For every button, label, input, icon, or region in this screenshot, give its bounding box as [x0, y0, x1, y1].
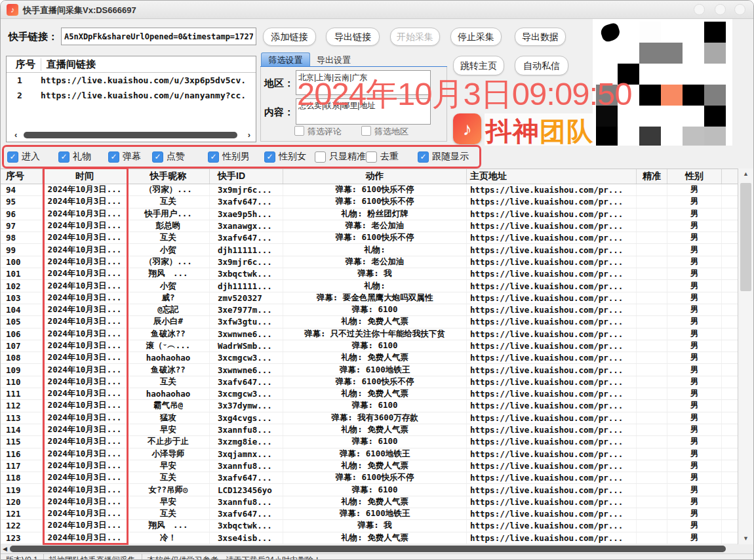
cell-time: 2024年10月3日... [43, 256, 127, 268]
checkbox-icon[interactable] [108, 151, 119, 163]
export-links-button[interactable]: 导出链接 [326, 28, 380, 46]
checkbox-icon[interactable] [58, 151, 69, 163]
filter-checkbox-item[interactable]: 礼物 [58, 151, 91, 163]
table-row[interactable]: 105 2024年10月3日... 辰小白# 3xfw3gtu... 礼物: 免… [1, 316, 739, 328]
minimize-button[interactable] [694, 4, 705, 15]
cell-homepage: https://live.kuaishou.com/pr... [467, 184, 637, 195]
table-row[interactable]: 123 2024年10月3日... 冷！ 3xse4isb... 礼物: 免费人… [1, 532, 739, 544]
filter-checkbox-item[interactable]: 只显精准 [315, 151, 366, 163]
filter-checkbox-item[interactable]: 去重 [366, 151, 399, 163]
table-row[interactable]: 98 2024年10月3日... 互关 3xafv647... 弹幕: 6100… [1, 232, 739, 244]
cell-action: 礼物: [283, 244, 467, 255]
cell-filler [722, 376, 738, 388]
table-row[interactable]: 114 2024年10月3日... 早安 3xannfu8... 礼物: 免费人… [1, 424, 739, 436]
export-data-button[interactable]: 导出数据 [515, 28, 566, 46]
table-row[interactable]: 115 2024年10月3日... 不止步于止 3xzmg8ie... 弹幕: … [1, 436, 739, 448]
add-link-button[interactable]: 添加链接 [263, 28, 316, 46]
stop-collect-button[interactable]: 停止采集 [450, 28, 502, 46]
link-list-row[interactable]: 2 https://live.kuaishou.com/u/nanyanmy?c… [7, 88, 256, 103]
cell-action: 弹幕: 我 [283, 520, 467, 531]
cell-action: 弹幕: 6100快乐不停 [283, 376, 467, 388]
table-row[interactable]: 117 2024年10月3日... 早安 3xannfu8... 礼物: 免费人… [1, 460, 739, 472]
table-row[interactable]: 99 2024年10月3日... 小贺 djh11111... 礼物: http… [1, 244, 739, 256]
timestamp-watermark: 2024年10月3日09:09:50 [297, 73, 632, 116]
table-row[interactable]: 104 2024年10月3日... @忘記 3xe7977m... 弹幕: 61… [1, 304, 739, 316]
filter-checkbox-item[interactable]: 点赞 [152, 151, 185, 163]
cell-seq: 123 [1, 532, 43, 544]
scroll-up-icon[interactable]: ▲ [738, 169, 753, 180]
checkbox-icon[interactable] [152, 151, 163, 163]
scroll-left-icon[interactable]: ‹ [14, 130, 17, 140]
filter-checkbox-item[interactable]: 跟随显示 [418, 151, 469, 163]
table-row[interactable]: 121 2024年10月3日... 互关 3xafv647... 弹幕: 610… [1, 508, 739, 520]
table-hscroll-thumb[interactable] [10, 546, 726, 552]
checkbox-icon[interactable] [366, 151, 377, 163]
tab-export-settings[interactable]: 导出设置 [317, 54, 351, 66]
table-row[interactable]: 112 2024年10月3日... 霸气吊@ 3x37dymw... 弹幕: 6… [1, 400, 739, 412]
checkbox-icon[interactable] [264, 151, 275, 163]
start-collect-button[interactable]: 开始采集 [390, 28, 440, 46]
filter-region-checkbox[interactable] [361, 126, 371, 136]
checkbox-icon[interactable] [7, 151, 18, 163]
checkbox-icon[interactable] [208, 151, 219, 163]
cell-userid: 3xafv647... [210, 196, 283, 207]
cell-seq: 101 [1, 268, 43, 279]
table-row[interactable]: 107 2024年10月3日... 滚（ᵕ︵... WadrWSmb... 弹幕… [1, 340, 739, 352]
cell-nickname: 快手用户... [127, 209, 210, 220]
cell-precise [637, 472, 667, 483]
table-row[interactable]: 116 2024年10月3日... 小泽导师 3xqjamnx... 弹幕: 6… [1, 449, 739, 460]
kuaishou-link-input[interactable] [61, 28, 256, 45]
table-row[interactable]: 102 2024年10月3日... 小贺 djh11111... 礼物: htt… [1, 280, 739, 292]
table-vscrollbar[interactable]: ▲ ▼ [738, 169, 753, 544]
table-row[interactable]: 106 2024年10月3日... 鱼破冰?? 3xwnwne6... 弹幕: … [1, 329, 739, 340]
table-row[interactable]: 100 2024年10月3日... （羽家）... 3x9mjr6c... 弹幕… [1, 256, 739, 268]
cell-time: 2024年10月3日... [43, 460, 127, 471]
scroll-right-icon[interactable]: › [248, 130, 250, 140]
filter-comment-checkbox[interactable] [294, 126, 304, 136]
link-list-hscrollbar[interactable]: ‹ › [7, 131, 256, 139]
table-row[interactable]: 113 2024年10月3日... 猛攻 3xg4cvgs... 弹幕: 我有3… [1, 412, 739, 424]
cell-time: 2024年10月3日... [43, 268, 127, 279]
cell-time: 2024年10月3日... [43, 220, 127, 231]
cell-time: 2024年10月3日... [43, 292, 127, 304]
cell-time: 2024年10月3日... [43, 209, 127, 220]
cell-gender: 男 [667, 316, 722, 327]
table-row[interactable]: 118 2024年10月3日... 互关 3xafv647... 弹幕: 610… [1, 472, 739, 484]
table-row[interactable]: 111 2024年10月3日... haohaohao 3xcmgcw3... … [1, 388, 739, 400]
scroll-down-icon[interactable]: ▼ [738, 533, 753, 544]
checkbox-icon[interactable] [315, 151, 326, 163]
maximize-button[interactable] [715, 4, 726, 15]
filter-checkbox-item[interactable]: 性别男 [208, 151, 250, 163]
table-row[interactable]: 101 2024年10月3日... 翔风 ... 3xbqctwk... 弹幕:… [1, 268, 739, 280]
link-row-seq: 2 [7, 90, 41, 100]
cell-filler [722, 196, 738, 207]
table-row[interactable]: 108 2024年10月3日... haohaohao 3xcmgcw3... … [1, 352, 739, 364]
table-row[interactable]: 103 2024年10月3日... 威? zmv520327 弹幕: 要金色黑鹰… [1, 292, 739, 304]
filter-checkbox-item[interactable]: 进入 [7, 151, 40, 163]
filter-checkbox-item[interactable]: 性别女 [264, 151, 306, 163]
table-row[interactable]: 94 2024年10月3日... （羽家）... 3x9mjr6c... 弹幕:… [1, 184, 739, 196]
cell-userid: 3xannfu8... [210, 460, 283, 471]
tab-filter-settings[interactable]: 筛选设置 [261, 52, 310, 67]
table-vscroll-thumb[interactable] [740, 183, 751, 291]
table-row[interactable]: 122 2024年10月3日... 翔风 ... 3xbqctwk... 弹幕:… [1, 520, 739, 532]
table-row[interactable]: 110 2024年10月3日... 互关 3xafv647... 弹幕: 610… [1, 376, 739, 388]
link-list-hscroll-thumb[interactable] [24, 132, 237, 138]
table-row[interactable]: 109 2024年10月3日... 鱼破冰?? 3xwnwne6... 弹幕: … [1, 364, 739, 376]
cell-homepage: https://live.kuaishou.com/pr... [467, 484, 637, 495]
table-row[interactable]: 97 2024年10月3日... 彭总哟 3xanawgx... 弹幕: 老公加… [1, 220, 739, 232]
scroll-left-icon[interactable]: ◀ [3, 545, 7, 553]
table-hscrollbar[interactable]: ◀ [1, 544, 754, 553]
table-row[interactable]: 96 2024年10月3日... 快手用户... 3xae9p5h... 礼物:… [1, 209, 739, 220]
table-row[interactable]: 119 2024年10月3日... 女??吊师◎ LCD123456yo 弹幕:… [1, 484, 739, 496]
cell-gender: 男 [667, 244, 722, 255]
table-row[interactable]: 95 2024年10月3日... 互关 3xafv647... 弹幕: 6100… [1, 196, 739, 208]
link-list-row[interactable]: 1 https://live.kuaishou.com/u/3xp6p5dv5c… [7, 73, 256, 88]
table-row[interactable]: 120 2024年10月3日... 早安 3xannfu8... 礼物: 免费人… [1, 496, 739, 508]
filter-checkbox-label: 弹幕 [123, 151, 141, 163]
header-filler [722, 169, 738, 184]
filter-checkbox-item[interactable]: 弹幕 [108, 151, 141, 163]
close-button[interactable] [734, 4, 745, 15]
checkbox-icon[interactable] [418, 151, 429, 163]
cell-filler [722, 460, 738, 471]
